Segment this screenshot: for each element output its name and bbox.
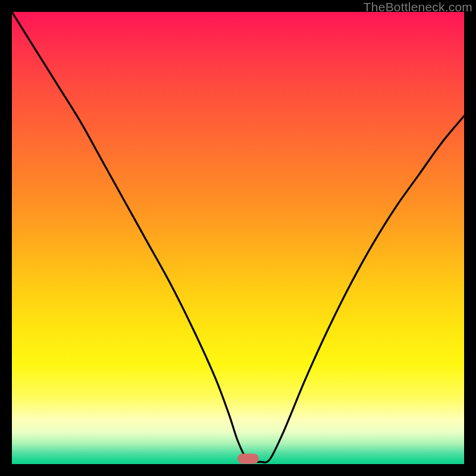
plot-area xyxy=(12,12,464,464)
bottleneck-curve xyxy=(12,12,464,464)
chart-frame: TheBottleneck.com xyxy=(0,0,476,476)
minimum-marker xyxy=(237,454,259,464)
